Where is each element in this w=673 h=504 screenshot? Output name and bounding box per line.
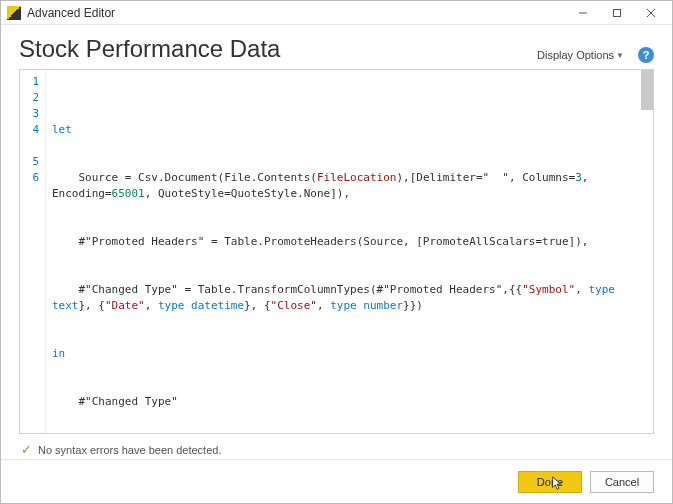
window-title: Advanced Editor [27,6,566,20]
window-controls [566,2,668,24]
code-text-area[interactable]: let Source = Csv.Document(File.Contents(… [46,70,653,433]
line-number: 1 [20,74,39,90]
cancel-button[interactable]: Cancel [590,471,654,493]
line-number: 5 [20,154,39,170]
close-button[interactable] [634,2,668,24]
done-button-label: Done [537,476,563,488]
keyword-let: let [52,123,72,136]
code-line-3: #"Promoted Headers" = Table.PromoteHeade… [52,235,588,248]
footer: Done Cancel [1,459,672,503]
display-options-label: Display Options [537,49,614,61]
minimize-button[interactable] [566,2,600,24]
status-bar: ✓ No syntax errors have been detected. [19,440,654,459]
titlebar: Advanced Editor [1,1,672,25]
check-icon: ✓ [21,442,32,457]
vertical-scrollbar[interactable] [641,70,653,110]
header-actions: Display Options ▼ ? [533,47,654,63]
app-icon [7,6,21,20]
line-number: 2 [20,90,39,106]
line-number: 4 [20,122,39,154]
maximize-button[interactable] [600,2,634,24]
cancel-button-label: Cancel [605,476,639,488]
code-editor[interactable]: 1 2 3 4 5 6 let Source = Csv.Document(Fi… [19,69,654,434]
done-button[interactable]: Done [518,471,582,493]
line-number: 6 [20,170,39,186]
display-options-dropdown[interactable]: Display Options ▼ [533,47,628,63]
line-number: 3 [20,106,39,122]
help-icon[interactable]: ? [638,47,654,63]
page-title: Stock Performance Data [19,35,280,63]
code-line-6: #"Changed Type" [52,395,178,408]
line-number-gutter: 1 2 3 4 5 6 [20,70,46,433]
chevron-down-icon: ▼ [616,51,624,60]
keyword-in: in [52,347,65,360]
content-area: Stock Performance Data Display Options ▼… [1,25,672,459]
svg-rect-1 [614,9,621,16]
header-row: Stock Performance Data Display Options ▼… [19,35,654,63]
status-message: No syntax errors have been detected. [38,444,221,456]
